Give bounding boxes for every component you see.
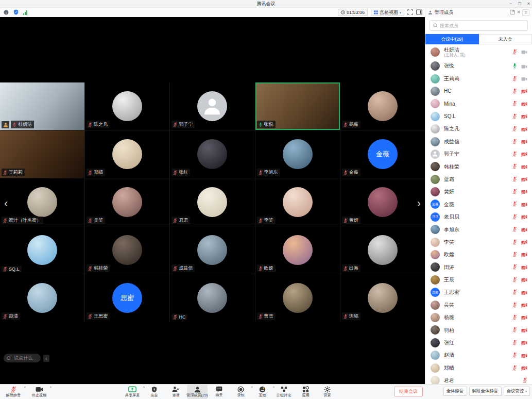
mic-muted-icon[interactable]	[512, 338, 517, 347]
chat-collapse-icon[interactable]: ‹	[43, 355, 49, 362]
chevron-up-icon[interactable]: ^	[24, 386, 26, 389]
info-icon[interactable]: i	[4, 8, 9, 17]
camera-off-icon[interactable]	[521, 187, 527, 196]
camera-off-icon[interactable]	[521, 301, 527, 310]
camera-off-icon[interactable]	[521, 137, 527, 146]
video-tile[interactable]: 曹雪	[255, 274, 340, 322]
camera-off-icon[interactable]	[521, 162, 527, 171]
toolbar-reaction-button[interactable]: 互动 ^	[252, 385, 272, 399]
member-row[interactable]: 韩桂荣	[425, 160, 532, 173]
mic-muted-icon[interactable]	[512, 200, 517, 209]
chat-input-collapsed[interactable]: ☺ 说点什么...	[4, 354, 41, 362]
member-row[interactable]: 杜妍洁 (主持人, 我)	[425, 44, 532, 60]
camera-off-icon[interactable]	[521, 313, 527, 322]
mic-muted-icon[interactable]	[512, 225, 517, 234]
mic-muted-icon[interactable]	[512, 124, 517, 134]
member-row[interactable]: 李旭东	[425, 223, 532, 236]
member-row[interactable]: 郭子宁	[425, 148, 532, 160]
camera-off-icon[interactable]	[521, 175, 527, 184]
toolbar-invite-button[interactable]: 邀请	[165, 385, 186, 399]
member-row[interactable]: 杨薇	[425, 311, 532, 324]
camera-off-icon[interactable]	[521, 99, 527, 108]
shield-protect-icon[interactable]	[13, 8, 19, 17]
tab-in-meeting[interactable]: 会议中(29)	[425, 34, 479, 44]
member-row[interactable]: 思蜜 王思蜜	[425, 286, 532, 298]
video-tile[interactable]: 出海	[340, 226, 425, 274]
popout-panel-icon[interactable]	[510, 10, 515, 15]
member-row[interactable]: 王辰	[425, 274, 532, 286]
mic-muted-icon[interactable]	[512, 325, 517, 335]
emoji-icon[interactable]: ☺	[6, 355, 11, 361]
mic-muted-icon[interactable]	[512, 313, 517, 322]
video-tile[interactable]: 黄妍	[340, 178, 425, 226]
member-row[interactable]: 李笑	[425, 236, 532, 248]
camera-off-icon[interactable]	[521, 238, 527, 247]
camera-off-icon[interactable]	[521, 325, 527, 335]
video-tile[interactable]: 郑晴	[85, 130, 169, 178]
mic-muted-icon[interactable]	[512, 99, 517, 108]
toolbar-record-button[interactable]: 录制 ^	[230, 385, 251, 399]
video-tile[interactable]: 成益信	[170, 226, 254, 274]
video-tile[interactable]: 王莉莉	[0, 130, 84, 178]
camera-off-icon[interactable]	[521, 112, 527, 121]
camera-off-icon[interactable]	[521, 124, 527, 134]
toolbar-chat-button[interactable]: 聊天	[209, 385, 229, 399]
mic-muted-icon[interactable]	[512, 87, 517, 96]
mic-muted-icon[interactable]	[512, 288, 517, 297]
mic-muted-icon[interactable]	[512, 262, 517, 272]
video-tile[interactable]: 陈之凡	[85, 82, 169, 130]
mic-muted-icon[interactable]	[512, 212, 517, 222]
panel-menu-icon[interactable]: ≡	[522, 9, 529, 16]
member-row[interactable]: HC	[425, 85, 532, 97]
camera-on-icon[interactable]	[521, 47, 527, 57]
member-row[interactable]: 赵清	[425, 349, 532, 361]
camera-off-icon[interactable]	[521, 338, 527, 347]
toolbar-camera-button[interactable]: 停止视频 ^	[29, 385, 49, 399]
mic-muted-icon[interactable]	[512, 275, 517, 285]
video-tile[interactable]: HC	[170, 274, 254, 322]
mic-muted-icon[interactable]	[512, 149, 517, 159]
camera-off-icon[interactable]	[521, 212, 527, 222]
mic-muted-icon[interactable]	[512, 137, 517, 146]
mute-all-button[interactable]: 全体静音	[443, 387, 467, 396]
member-row[interactable]: 金薇 金薇	[425, 198, 532, 210]
camera-off-icon[interactable]	[521, 363, 527, 373]
member-list[interactable]: 杜妍洁 (主持人, 我) 张悦 王莉莉	[425, 44, 532, 384]
tab-not-joined[interactable]: 未入会	[479, 34, 532, 44]
member-row[interactable]: SQ.L	[425, 110, 532, 123]
member-row[interactable]: 郑晴	[425, 361, 532, 374]
member-row[interactable]: 王莉莉	[425, 72, 532, 85]
member-row[interactable]: 张红	[425, 337, 532, 349]
maximize-button[interactable]: □	[518, 0, 521, 8]
video-tile[interactable]: 思蜜 王思蜜	[85, 274, 169, 322]
video-tile[interactable]: 赵清	[0, 274, 84, 322]
member-row[interactable]: 陈之凡	[425, 123, 532, 135]
member-row[interactable]: 贝贝 老贝贝	[425, 211, 532, 223]
video-tile[interactable]: 郭子宁	[170, 82, 254, 130]
close-button[interactable]: ×	[527, 0, 530, 8]
camera-off-icon[interactable]	[521, 262, 527, 272]
member-row[interactable]: 君君	[425, 374, 532, 384]
toolbar-settings-button[interactable]: 设置	[317, 385, 337, 399]
toolbar-share-screen-button[interactable]: 共享屏幕 ^	[122, 385, 143, 399]
camera-off-icon[interactable]	[521, 87, 527, 96]
fullscreen-icon[interactable]	[407, 8, 413, 17]
camera-off-icon[interactable]	[521, 275, 527, 285]
toolbar-apps-button[interactable]: 应用	[295, 385, 316, 399]
toolbar-members-button[interactable]: 管理成员(29)	[187, 385, 208, 399]
mic-muted-icon[interactable]	[512, 175, 517, 184]
member-row[interactable]: 吴笑	[425, 298, 532, 311]
member-row[interactable]: 张悦	[425, 60, 532, 72]
chevron-up-icon[interactable]: ^	[50, 386, 52, 389]
camera-off-icon[interactable]	[521, 225, 527, 234]
toolbar-shield-button[interactable]: 安全	[144, 385, 164, 399]
camera-off-icon[interactable]	[521, 351, 527, 360]
mic-muted-icon[interactable]	[512, 301, 517, 310]
video-tile[interactable]: 金薇 金薇	[340, 130, 425, 178]
video-tile[interactable]: 李旭东	[255, 130, 340, 178]
video-tile[interactable]: 欧嫦	[255, 226, 340, 274]
member-search[interactable]	[430, 20, 528, 31]
close-panel-icon[interactable]: ×	[517, 10, 520, 15]
video-tile[interactable]: 张红	[170, 130, 254, 178]
camera-on-icon[interactable]	[521, 61, 527, 71]
